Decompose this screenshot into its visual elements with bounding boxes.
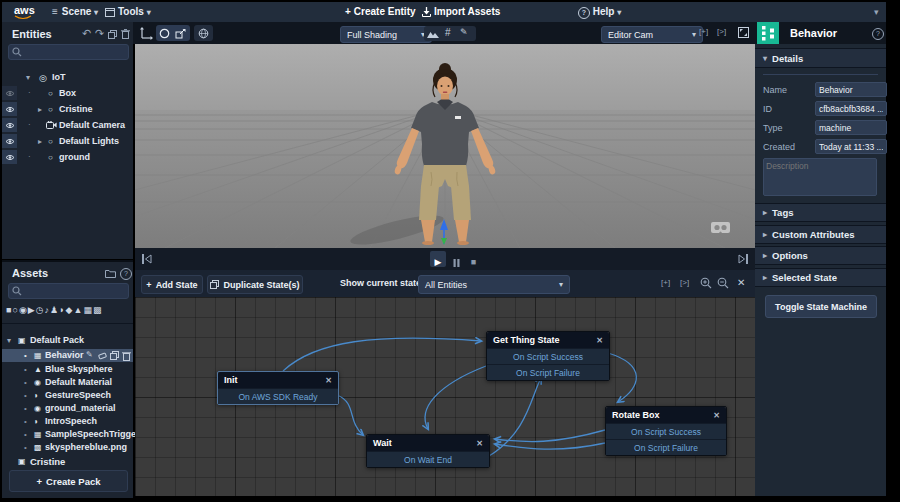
asset-row[interactable]: •◗IntroSpeech xyxy=(2,415,133,428)
inspector-help-icon[interactable]: ? xyxy=(872,28,884,40)
assets-search-input[interactable] xyxy=(25,284,130,300)
shading-mode-dropdown[interactable]: Full Shading▾ xyxy=(340,26,432,43)
frame-next-icon[interactable]: [>] xyxy=(717,27,726,36)
selected-state-section-header[interactable]: ▸ Selected State xyxy=(755,268,886,287)
filter-material-icon[interactable]: ◉ xyxy=(19,305,28,315)
asset-pack-row-cristine[interactable]: ▣ Cristine xyxy=(2,455,133,468)
camera-dropdown[interactable]: Editor Cam▾ xyxy=(601,26,703,43)
created-field[interactable] xyxy=(815,139,887,154)
filter-skysphere-icon[interactable]: ▲ xyxy=(73,305,83,315)
close-icon[interactable]: ✕ xyxy=(713,411,720,420)
posteffects-toggle-icon[interactable]: ✎ xyxy=(460,27,468,37)
scene-menu[interactable]: ≡Scene ▾ xyxy=(52,6,98,17)
filter-animation-icon[interactable]: ◷ xyxy=(36,305,45,315)
folder-icon[interactable] xyxy=(105,269,116,278)
visibility-eye-toggle[interactable] xyxy=(2,118,17,132)
visibility-eye-toggle[interactable] xyxy=(2,86,17,100)
stop-button[interactable]: ■ xyxy=(466,251,481,267)
asset-row[interactable]: •▩skysphereblue.png xyxy=(2,441,133,454)
zoom-in-icon[interactable] xyxy=(700,277,712,289)
entity-row-box[interactable]: · ○ Box xyxy=(2,86,133,101)
translate-tool-icon[interactable] xyxy=(140,27,153,40)
options-section-header[interactable]: ▸ Options xyxy=(755,246,886,265)
trash-icon[interactable] xyxy=(122,351,131,361)
entities-search-input[interactable] xyxy=(25,45,130,61)
details-section-header[interactable]: ▾ Details xyxy=(755,48,886,68)
transition-label[interactable]: On Script Success xyxy=(487,348,609,364)
transition-label[interactable]: On Script Success xyxy=(606,423,726,439)
filter-rig-icon[interactable]: ♟ xyxy=(50,305,59,315)
expand-caret-icon[interactable]: ▸ xyxy=(38,137,42,146)
tags-section-header[interactable]: ▸ Tags xyxy=(755,203,886,222)
skysphere-toggle-icon[interactable] xyxy=(427,30,439,38)
state-machine-canvas[interactable]: Init✕ On AWS SDK Ready Get Thing State✕ … xyxy=(135,297,755,496)
type-field[interactable] xyxy=(815,120,887,135)
entity-row-default-lights[interactable]: ▸ ○ Default Lights xyxy=(2,134,133,149)
transition-label[interactable]: On AWS SDK Ready xyxy=(218,388,338,404)
entity-row-default-camera[interactable]: · Default Camera xyxy=(2,118,133,133)
filter-script-icon[interactable]: ▶ xyxy=(28,305,36,315)
asset-row[interactable]: •◉Default Material xyxy=(2,376,133,389)
asset-row[interactable]: •◗GestureSpeech xyxy=(2,389,133,402)
close-icon[interactable]: ✕ xyxy=(596,336,603,345)
eraser-icon[interactable] xyxy=(98,352,107,360)
assets-help-icon[interactable]: ? xyxy=(120,268,132,280)
state-node-rotate-box[interactable]: Rotate Box✕ On Script Success On Script … xyxy=(605,406,727,456)
viewport-3d[interactable] xyxy=(135,44,755,248)
pause-button[interactable] xyxy=(449,251,464,267)
rotate-tool-icon[interactable] xyxy=(159,28,170,39)
scale-tool-icon[interactable] xyxy=(175,28,186,39)
import-assets-button[interactable]: Import Assets xyxy=(422,6,500,17)
visibility-eye-toggle[interactable] xyxy=(2,102,17,116)
asset-row[interactable]: •▲Blue Skysphere xyxy=(2,363,133,376)
play-button[interactable]: ▶ xyxy=(430,251,446,267)
create-pack-button[interactable]: +Create Pack xyxy=(9,470,128,492)
filter-texture-icon[interactable]: ▩ xyxy=(93,305,103,315)
id-field[interactable] xyxy=(815,101,887,116)
expand-caret-icon[interactable]: ▸ xyxy=(38,105,42,114)
asset-row[interactable]: •▦SampleSpeechTrigger xyxy=(2,428,133,441)
world-space-toggle[interactable] xyxy=(194,25,213,41)
zoom-out-icon[interactable] xyxy=(717,277,729,289)
state-node-get-thing-state[interactable]: Get Thing State✕ On Script Success On Sc… xyxy=(486,331,610,381)
trash-icon[interactable] xyxy=(121,29,130,39)
state-node-wait[interactable]: Wait✕ On Wait End xyxy=(366,434,490,468)
state-entity-filter-dropdown[interactable]: All Entities▾ xyxy=(418,275,570,294)
expand-caret-icon[interactable]: ▾ xyxy=(7,336,11,345)
asset-pack-row-default[interactable]: ▾ ▣ Default Pack xyxy=(2,334,133,347)
create-entity-button[interactable]: +Create Entity xyxy=(345,6,416,17)
close-icon[interactable]: ✕ xyxy=(325,376,332,385)
transition-label[interactable]: On Script Failure xyxy=(606,439,726,455)
expand-caret-icon[interactable]: ▾ xyxy=(26,73,30,82)
help-menu[interactable]: ? Help ▾ xyxy=(578,6,621,19)
grid-toggle-icon[interactable]: # xyxy=(445,27,451,38)
dock-right-icon[interactable] xyxy=(737,253,749,265)
dock-left-icon[interactable] xyxy=(141,253,153,265)
filter-statemachine-icon[interactable]: ▦ xyxy=(83,305,93,315)
frame-all-icon[interactable]: [+] xyxy=(661,278,670,287)
toggle-state-machine-button[interactable]: Toggle State Machine xyxy=(765,295,877,318)
state-node-init[interactable]: Init✕ On AWS SDK Ready xyxy=(217,371,339,405)
close-statemachine-icon[interactable]: ✕ xyxy=(737,277,745,288)
transition-label[interactable]: On Script Failure xyxy=(487,364,609,380)
duplicate-states-button[interactable]: Duplicate State(s) xyxy=(207,275,303,294)
asset-row[interactable]: •◉ground_material xyxy=(2,402,133,415)
fullscreen-icon[interactable] xyxy=(737,26,750,39)
visibility-eye-toggle[interactable] xyxy=(2,150,17,164)
asset-row-behavior[interactable]: • ▦ Behavior ✎ xyxy=(2,349,133,362)
entity-row-iot[interactable]: ▾ ◎ IoT xyxy=(2,70,133,85)
add-state-button[interactable]: +Add State xyxy=(141,275,203,294)
edit-pencil-icon[interactable]: ✎ xyxy=(86,350,93,359)
redo-icon[interactable]: ↷ xyxy=(95,28,104,39)
close-icon[interactable]: ✕ xyxy=(476,439,483,448)
frame-selection-icon[interactable]: [+] xyxy=(699,27,708,36)
duplicate-icon[interactable] xyxy=(108,30,117,39)
entity-row-ground[interactable]: · ○ ground xyxy=(2,150,133,165)
transition-label[interactable]: On Wait End xyxy=(367,451,489,467)
entity-row-cristine[interactable]: ▸ ○ Cristine xyxy=(2,102,133,117)
topbar-right-caret[interactable]: ▾ xyxy=(874,7,879,18)
description-field[interactable] xyxy=(763,158,877,196)
duplicate-icon[interactable] xyxy=(110,351,119,360)
custom-attributes-section-header[interactable]: ▸ Custom Attributes xyxy=(755,225,886,244)
tools-menu[interactable]: Tools ▾ xyxy=(105,6,151,17)
